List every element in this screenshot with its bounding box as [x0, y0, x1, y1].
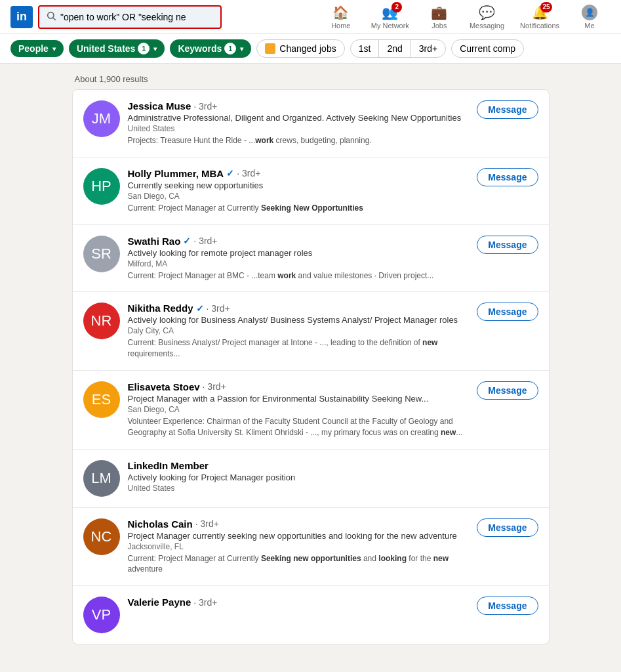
result-headline: Administrative Professional, Diligent an…: [128, 113, 470, 123]
result-degree: · 3rd+: [207, 303, 230, 314]
header: in 🏠 Home 👥 2 My Network 💼 Jobs 💬 Mess: [0, 0, 621, 34]
second-connection-button[interactable]: 2nd: [379, 40, 411, 57]
search-box: [38, 5, 222, 29]
notifications-icon: 🔔 25: [532, 5, 548, 20]
message-button[interactable]: Message: [477, 518, 538, 537]
result-snippet: Current: Project Manager at Currently Se…: [128, 553, 470, 576]
result-location: United States: [128, 124, 470, 133]
people-chevron-icon: ▾: [52, 45, 56, 52]
home-icon: 🏠: [332, 5, 349, 20]
keywords-chevron-icon: ▾: [240, 45, 243, 52]
keywords-filter-button[interactable]: Keywords 1 ▾: [170, 39, 251, 58]
list-item: SRSwathi Rao✓· 3rd+Actively looking for …: [73, 225, 549, 293]
message-button[interactable]: Message: [477, 381, 538, 400]
list-item: HPHolly Plummer, MBA✓· 3rd+Currently see…: [73, 158, 549, 225]
changed-jobs-filter-button[interactable]: Changed jobs: [256, 39, 344, 58]
people-filter-label: People: [18, 43, 49, 54]
people-filter-button[interactable]: People ▾: [10, 40, 64, 57]
main-content: About 1,900 results JMJessica Muse· 3rd+…: [62, 74, 560, 644]
notifications-badge: 25: [540, 2, 551, 12]
nav-home[interactable]: 🏠 Home: [320, 5, 362, 30]
verified-icon: ✓: [196, 303, 204, 314]
avatar[interactable]: LM: [83, 460, 120, 497]
svg-line-1: [53, 18, 56, 20]
nav-notifications[interactable]: 🔔 25 Notifications: [513, 5, 566, 30]
nav-my-network[interactable]: 👥 2 My Network: [365, 5, 416, 30]
keywords-filter-badge: 1: [224, 43, 236, 54]
result-name[interactable]: Swathi Rao: [128, 236, 181, 247]
result-location: United States: [128, 484, 538, 493]
verified-icon: ✓: [226, 168, 234, 178]
first-connection-button[interactable]: 1st: [351, 40, 380, 57]
results-count: About 1,900 results: [72, 74, 550, 84]
us-chevron-icon: ▾: [153, 45, 157, 52]
nav-jobs-label: Jobs: [431, 22, 447, 30]
result-name[interactable]: Elisaveta Stoev: [128, 381, 200, 392]
top-nav: 🏠 Home 👥 2 My Network 💼 Jobs 💬 Messaging…: [320, 5, 611, 30]
messaging-icon: 💬: [479, 5, 495, 20]
result-name[interactable]: Jessica Muse: [128, 100, 191, 112]
message-button[interactable]: Message: [477, 303, 538, 321]
result-snippet: Volunteer Experience: Chairman of the Fa…: [128, 416, 470, 438]
avatar[interactable]: HP: [83, 168, 120, 205]
result-snippet: Projects: Treasure Hunt the Ride - ...wo…: [128, 135, 470, 146]
filter-bar: People ▾ United States 1 ▾ Keywords 1 ▾ …: [0, 34, 621, 64]
result-headline: Actively looking for Business Analyst/ B…: [128, 315, 470, 325]
result-location: Jacksonville, FL: [128, 542, 470, 551]
current-company-filter-button[interactable]: Current comp: [451, 39, 524, 58]
nav-my-network-label: My Network: [371, 22, 409, 30]
my-network-icon: 👥 2: [382, 5, 398, 20]
verified-icon: ✓: [183, 236, 191, 246]
message-button[interactable]: Message: [477, 236, 538, 254]
result-degree: · 3rd+: [203, 381, 226, 392]
result-name[interactable]: Valerie Payne: [128, 597, 191, 608]
nav-me[interactable]: 👤 Me: [569, 5, 611, 30]
my-network-badge: 2: [391, 2, 402, 12]
nav-messaging-label: Messaging: [470, 22, 504, 30]
result-name[interactable]: Nikitha Reddy: [128, 303, 193, 314]
list-item: NCNicholas Cain· 3rd+Project Manager cur…: [73, 508, 549, 587]
message-button[interactable]: Message: [477, 100, 538, 119]
avatar[interactable]: NC: [83, 518, 120, 555]
results-card: JMJessica Muse· 3rd+Administrative Profe…: [72, 89, 550, 644]
avatar[interactable]: NR: [83, 303, 120, 339]
list-item: ESElisaveta Stoev· 3rd+Project Manager w…: [73, 371, 549, 450]
result-degree: · 3rd+: [195, 518, 219, 529]
nav-messaging[interactable]: 💬 Messaging: [463, 5, 511, 30]
nav-jobs[interactable]: 💼 Jobs: [418, 5, 460, 30]
result-degree: · 3rd+: [193, 597, 217, 608]
message-button[interactable]: Message: [477, 597, 538, 615]
nav-me-label: Me: [584, 22, 594, 30]
result-snippet: Current: Project Manager at Currently Se…: [128, 203, 470, 214]
us-filter-button[interactable]: United States 1 ▾: [69, 39, 165, 58]
result-name[interactable]: LinkedIn Member: [128, 460, 209, 471]
message-button[interactable]: Message: [477, 168, 538, 186]
result-name[interactable]: Nicholas Cain: [128, 518, 193, 530]
connection-filter-group: 1st 2nd 3rd+: [350, 39, 446, 58]
result-degree: · 3rd+: [193, 236, 217, 246]
me-avatar: 👤: [582, 5, 597, 20]
list-item: LMLinkedIn MemberActively looking for Pr…: [73, 450, 549, 508]
result-location: San Diego, CA: [128, 192, 470, 201]
result-degree: · 3rd+: [237, 168, 260, 178]
result-location: Daly City, CA: [128, 326, 470, 335]
jobs-icon: 💼: [431, 5, 447, 20]
avatar[interactable]: ES: [83, 381, 120, 418]
avatar[interactable]: SR: [83, 236, 120, 272]
result-degree: · 3rd+: [193, 101, 217, 112]
us-filter-badge: 1: [138, 43, 150, 54]
search-input[interactable]: [60, 12, 214, 22]
avatar[interactable]: VP: [83, 597, 120, 633]
result-name[interactable]: Holly Plummer, MBA: [128, 168, 224, 179]
avatar[interactable]: JM: [83, 100, 120, 137]
keywords-filter-label: Keywords: [178, 43, 222, 54]
linkedin-logo[interactable]: in: [10, 6, 33, 28]
result-snippet: Current: Business Analyst/ Project manag…: [128, 337, 470, 360]
nav-notifications-label: Notifications: [520, 22, 559, 30]
third-connection-button[interactable]: 3rd+: [411, 40, 445, 57]
result-headline: Actively looking for Project Manager pos…: [128, 472, 538, 482]
search-icon: [46, 10, 56, 23]
list-item: NRNikitha Reddy✓· 3rd+Actively looking f…: [73, 292, 549, 371]
nav-home-label: Home: [331, 22, 350, 30]
changed-jobs-icon: [265, 43, 275, 54]
